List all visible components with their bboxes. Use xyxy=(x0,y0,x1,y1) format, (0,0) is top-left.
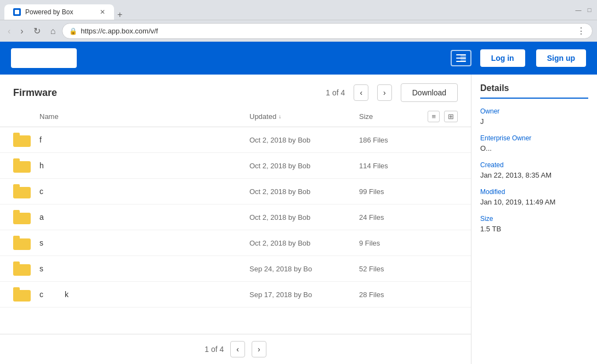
file-size: 99 Files xyxy=(359,187,425,196)
box-logo xyxy=(11,48,77,68)
list-view-btn[interactable]: ≡ xyxy=(428,111,440,122)
refresh-button[interactable]: ↻ xyxy=(30,25,44,37)
file-name: h xyxy=(39,161,249,170)
browser-tab-active[interactable]: Powered by Box ✕ xyxy=(4,4,114,20)
browser-chrome: Powered by Box ✕ + — □ xyxy=(0,0,597,20)
home-button[interactable]: ⌂ xyxy=(47,25,59,37)
file-updated: Oct 2, 2018 by Bob xyxy=(249,136,359,144)
login-button[interactable]: Log in xyxy=(480,49,525,67)
col-size-header[interactable]: Size xyxy=(359,112,425,121)
table-row[interactable]: a Oct 2, 2018 by Bob 24 Files xyxy=(0,204,471,230)
detail-modified: Modified Jan 10, 2019, 11:49 AM xyxy=(480,188,588,206)
main-content: Firmware 1 of 4 ‹ › Download Name Update… xyxy=(0,75,597,364)
folder-header: Firmware 1 of 4 ‹ › Download xyxy=(0,75,471,106)
browser-nav-bar: ‹ › ↻ ⌂ 🔒 https://c.app.box.com/v/f ⋮ xyxy=(0,20,597,42)
details-panel: Details Owner J Enterprise Owner O... Cr… xyxy=(471,75,597,364)
tab-close-btn[interactable]: ✕ xyxy=(100,8,105,16)
file-name: s xyxy=(39,264,249,273)
detail-modified-label: Modified xyxy=(480,188,588,196)
table-row[interactable]: s Oct 2, 2018 by Bob 9 Files xyxy=(0,230,471,256)
tab-label: Powered by Box xyxy=(25,8,73,16)
address-bar[interactable]: 🔒 https://c.app.box.com/v/f ⋮ xyxy=(62,23,593,39)
table-header: Name Updated ↓ Size ≡ ⊞ xyxy=(0,106,471,127)
detail-enterprise-owner-value: O... xyxy=(480,144,588,152)
detail-owner-label: Owner xyxy=(480,107,588,115)
file-updated: Sep 24, 2018 by Bo xyxy=(249,265,359,273)
detail-created: Created Jan 22, 2013, 8:35 AM xyxy=(480,161,588,179)
new-tab-button[interactable]: + xyxy=(114,10,126,20)
file-name: s xyxy=(39,238,249,247)
table-row[interactable]: c k Sep 17, 2018 by Bo 28 Files xyxy=(0,282,471,308)
prev-page-button[interactable]: ‹ xyxy=(354,84,368,101)
detail-size: Size 1.5 TB xyxy=(480,215,588,233)
col-updated-header[interactable]: Updated ↓ xyxy=(249,112,359,121)
address-menu-icon[interactable]: ⋮ xyxy=(577,26,585,36)
table-row[interactable]: h Oct 2, 2018 by Bob 114 Files xyxy=(0,153,471,179)
box-favicon xyxy=(13,8,21,16)
detail-created-value: Jan 22, 2013, 8:35 AM xyxy=(480,171,588,179)
file-name: c xyxy=(39,187,249,196)
back-button[interactable]: ‹ xyxy=(4,25,14,37)
bottom-bar: 1 of 4 ‹ › xyxy=(0,334,471,364)
detail-enterprise-owner-label: Enterprise Owner xyxy=(480,134,588,142)
table-row[interactable]: f Oct 2, 2018 by Bob 186 Files xyxy=(0,127,471,153)
file-name: f xyxy=(39,135,249,144)
table-row[interactable]: s Sep 24, 2018 by Bo 52 Files xyxy=(0,256,471,282)
file-list-area: Firmware 1 of 4 ‹ › Download Name Update… xyxy=(0,75,471,364)
file-size: 28 Files xyxy=(359,291,425,299)
file-size: 52 Files xyxy=(359,265,425,273)
folder-icon xyxy=(13,184,31,198)
file-updated: Sep 17, 2018 by Bo xyxy=(249,291,359,299)
svg-rect-3 xyxy=(460,54,466,62)
file-size: 186 Files xyxy=(359,136,425,144)
app-header: Log in Sign up xyxy=(0,42,597,75)
detail-modified-value: Jan 10, 2019, 11:49 AM xyxy=(480,198,588,206)
folder-title: Firmware xyxy=(13,87,317,99)
sidebar-toggle-button[interactable] xyxy=(451,50,471,66)
file-updated: Oct 2, 2018 by Bob xyxy=(249,162,359,170)
minimize-btn[interactable]: — xyxy=(575,7,582,13)
detail-enterprise-owner: Enterprise Owner O... xyxy=(480,134,588,152)
browser-tabs: Powered by Box ✕ + xyxy=(4,0,126,20)
detail-created-label: Created xyxy=(480,161,588,169)
folder-icon xyxy=(13,236,31,250)
folder-icon xyxy=(13,158,31,173)
next-page-button[interactable]: › xyxy=(377,84,392,101)
table-row[interactable]: c Oct 2, 2018 by Bob 99 Files xyxy=(0,179,471,204)
folder-icon xyxy=(13,210,31,224)
detail-size-label: Size xyxy=(480,215,588,223)
col-actions-header: ≡ ⊞ xyxy=(425,111,458,122)
folder-icon xyxy=(13,261,31,276)
bottom-next-button[interactable]: › xyxy=(252,341,266,357)
url-display: https://c.app.box.com/v/f xyxy=(81,27,571,35)
file-updated: Oct 2, 2018 by Bob xyxy=(249,187,359,196)
sidebar-toggle-icon xyxy=(456,54,466,62)
file-name: c k xyxy=(39,290,249,299)
folder-icon xyxy=(13,287,31,302)
detail-owner-value: J xyxy=(480,117,588,126)
download-button[interactable]: Download xyxy=(401,83,458,102)
forward-button[interactable]: › xyxy=(17,25,26,37)
maximize-btn[interactable]: □ xyxy=(586,7,593,13)
col-name-header[interactable]: Name xyxy=(39,112,249,121)
bottom-pagination-info: 1 of 4 xyxy=(204,345,224,354)
file-updated: Oct 2, 2018 by Bob xyxy=(249,213,359,221)
file-size: 24 Files xyxy=(359,213,425,221)
window-controls: — □ xyxy=(575,7,593,13)
lock-icon: 🔒 xyxy=(69,27,77,35)
file-table: f Oct 2, 2018 by Bob 186 Files h Oct 2, … xyxy=(0,127,471,334)
file-size: 9 Files xyxy=(359,239,425,247)
signup-button[interactable]: Sign up xyxy=(536,49,586,67)
detail-owner: Owner J xyxy=(480,107,588,126)
file-name: a xyxy=(39,213,249,221)
grid-view-btn[interactable]: ⊞ xyxy=(444,111,458,122)
detail-size-value: 1.5 TB xyxy=(480,225,588,233)
folder-icon xyxy=(13,133,31,147)
details-title: Details xyxy=(480,83,588,99)
bottom-prev-button[interactable]: ‹ xyxy=(230,341,245,357)
file-updated: Oct 2, 2018 by Bob xyxy=(249,239,359,247)
header-pagination-info: 1 of 4 xyxy=(326,88,345,97)
file-size: 114 Files xyxy=(359,162,425,170)
